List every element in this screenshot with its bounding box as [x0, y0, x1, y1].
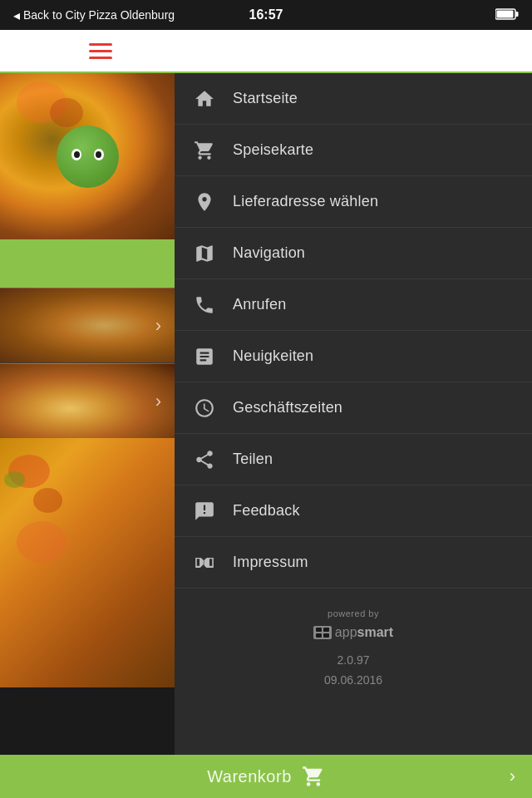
- appsmart-brand-text: appsmart: [335, 625, 393, 640]
- sidebar-item-neuigkeiten[interactable]: Neuigkeiten: [175, 331, 532, 382]
- date-text: 09.06.2016: [324, 673, 382, 687]
- sidebar-item-teilen[interactable]: Teilen: [175, 434, 532, 485]
- svg-rect-6: [323, 633, 329, 638]
- sidebar-item-label-lieferadresse: Lieferadresse wählen: [233, 193, 378, 210]
- sidebar-item-navigation[interactable]: Navigation: [175, 228, 532, 279]
- clock-icon: [191, 395, 218, 421]
- sidebar-item-label-anrufen: Anrufen: [233, 296, 286, 313]
- sidebar-item-startseite[interactable]: Startseite: [175, 73, 532, 125]
- menu-button[interactable]: [13, 43, 188, 59]
- location-icon: [191, 189, 218, 215]
- back-arrow-icon: ◂: [13, 7, 20, 23]
- pizza-background: › ›: [0, 73, 175, 765]
- chevron-right-icon-1: ›: [155, 315, 161, 337]
- hamburger-line-3: [89, 57, 112, 59]
- status-time: 16:57: [249, 7, 283, 22]
- sidebar-item-impressum[interactable]: Impressum: [175, 537, 532, 589]
- sidebar-item-speisekarte[interactable]: Speisekarte: [175, 125, 532, 176]
- green-banner: [0, 239, 175, 288]
- phone-icon: [191, 292, 218, 318]
- sidebar-item-label-geschaeftszeiten: Geschäftszeiten: [233, 399, 342, 416]
- cart-icon: [302, 765, 325, 788]
- appsmart-icon: [313, 626, 332, 639]
- sidebar: Startseite Speisekarte Lieferadres: [175, 73, 532, 765]
- version-text: 2.0.97: [337, 653, 370, 667]
- back-label: Back to City Pizza Oldenburg: [23, 8, 175, 22]
- main-container: › › Startseit: [0, 30, 532, 765]
- svg-rect-2: [497, 10, 514, 17]
- sidebar-item-label-startseite: Startseite: [233, 90, 298, 107]
- sidebar-item-label-impressum: Impressum: [233, 554, 308, 571]
- pizza-section-top: [0, 73, 175, 239]
- sidebar-footer: powered by appsmart 2.0.97 09.06.2016: [175, 589, 532, 707]
- pizza-section-3: [0, 438, 175, 687]
- news-icon: [191, 343, 218, 370]
- battery-icon: [495, 8, 519, 22]
- powered-by-text: powered by: [328, 608, 379, 618]
- pizza-section-1[interactable]: ›: [0, 288, 175, 362]
- svg-rect-5: [316, 633, 322, 638]
- cart-icon: [191, 137, 218, 164]
- pizza-section-2[interactable]: ›: [0, 363, 175, 438]
- svg-rect-4: [323, 628, 329, 632]
- cart-label: Warenkorb: [207, 767, 292, 786]
- sidebar-item-label-teilen: Teilen: [233, 451, 273, 468]
- back-button[interactable]: ◂ Back to City Pizza Oldenburg: [13, 7, 175, 23]
- sidebar-item-anrufen[interactable]: Anrufen: [175, 279, 532, 331]
- sidebar-item-lieferadresse[interactable]: Lieferadresse wählen: [175, 176, 532, 228]
- map-icon: [191, 240, 218, 267]
- sidebar-item-label-navigation: Navigation: [233, 244, 305, 262]
- sidebar-item-label-speisekarte: Speisekarte: [233, 141, 313, 159]
- sidebar-item-geschaeftszeiten[interactable]: Geschäftszeiten: [175, 382, 532, 434]
- feedback-icon: [191, 498, 218, 525]
- hamburger-line-2: [89, 50, 112, 52]
- cart-chevron-icon: ›: [510, 766, 515, 787]
- mascot-area: [0, 73, 175, 239]
- sidebar-item-label-feedback: Feedback: [233, 502, 300, 520]
- home-icon: [191, 86, 218, 112]
- handshake-icon: [191, 549, 218, 576]
- header-bar: [0, 30, 532, 73]
- sidebar-item-label-neuigkeiten: Neuigkeiten: [233, 347, 313, 365]
- svg-rect-1: [516, 12, 519, 17]
- hamburger-line-1: [89, 43, 112, 46]
- content-row: › › Startseit: [0, 73, 532, 765]
- appsmart-logo: appsmart: [313, 625, 393, 640]
- cart-bar[interactable]: Warenkorb ›: [0, 755, 532, 798]
- hamburger-icon[interactable]: [89, 43, 112, 59]
- svg-rect-3: [316, 628, 322, 632]
- chevron-right-icon-2: ›: [155, 391, 161, 412]
- share-icon: [191, 446, 218, 473]
- sidebar-item-feedback[interactable]: Feedback: [175, 485, 532, 537]
- status-bar: ◂ Back to City Pizza Oldenburg 16:57: [0, 0, 532, 30]
